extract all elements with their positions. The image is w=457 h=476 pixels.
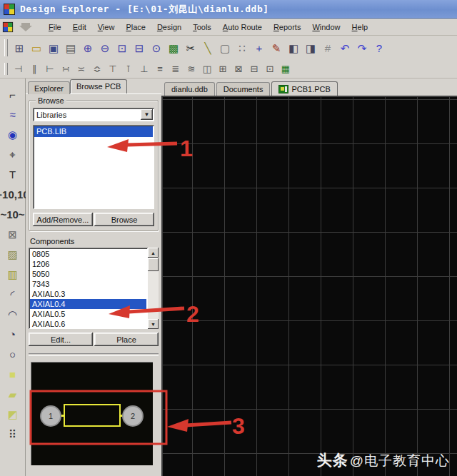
components-listbox[interactable]: 0805120650507343AXIAL0.3AXIAL0.4AXIAL0.5… (29, 248, 148, 329)
open-folder-icon[interactable]: ▭ (28, 39, 45, 56)
divider (29, 353, 159, 356)
menu-window[interactable]: Window (307, 21, 345, 34)
zoom-document-icon[interactable]: ⊟ (131, 39, 148, 56)
place-coordinate-icon[interactable]: +10,10 (4, 186, 22, 203)
scroll-up-icon[interactable]: ▲ (148, 248, 159, 258)
paste-array-icon[interactable]: ▦ (278, 62, 293, 76)
doctab-documents[interactable]: Documents (216, 82, 271, 96)
library-update-icon[interactable]: ◨ (302, 39, 319, 56)
interactive-routing-icon[interactable]: ⌐ (4, 86, 22, 103)
arc-center-icon[interactable]: ◠ (4, 305, 22, 323)
zoom-point-icon[interactable]: ⊙ (148, 39, 165, 56)
move-icon[interactable]: + (251, 39, 268, 56)
space-v-increase-icon[interactable]: ≣ (168, 62, 184, 76)
libraries-listbox[interactable]: PCB.LIB (33, 125, 154, 209)
deselect-icon[interactable]: ∷ (233, 39, 251, 56)
chevron-down-icon[interactable]: ▼ (141, 109, 153, 120)
save-icon[interactable]: ▣ (45, 39, 62, 56)
doctab-dianlu[interactable]: dianlu.ddb (164, 82, 215, 96)
doctab-pcb1[interactable]: PCB1.PCB (271, 81, 337, 96)
component-item[interactable]: AXIAL0.5 (30, 309, 146, 319)
menu-edit[interactable]: Edit (68, 21, 91, 34)
scrollbar-thumb[interactable] (148, 258, 159, 271)
align-center-v-icon[interactable]: ⊺ (121, 62, 136, 76)
place-room-icon[interactable]: ⊠ (4, 226, 22, 243)
fill-rectangle-icon[interactable]: ■ (4, 365, 22, 383)
align-left-icon[interactable]: ⊣ (11, 62, 26, 76)
split-plane-icon[interactable]: ◩ (4, 405, 22, 422)
arrange-components-icon[interactable]: ◫ (199, 62, 215, 76)
help-icon[interactable]: ? (371, 39, 388, 56)
tab-explorer[interactable]: Explorer (28, 81, 70, 94)
menu-place[interactable]: Place (121, 21, 151, 34)
arc-any-angle-icon[interactable]: ◔ (4, 325, 22, 343)
place-string-icon[interactable]: T (4, 166, 22, 183)
align-right-icon[interactable]: ⊢ (42, 62, 58, 76)
panel-drop-arrow-icon[interactable] (16, 21, 35, 33)
components-scrollbar[interactable]: ▲ ▼ (148, 248, 159, 329)
arrange-outside-icon[interactable]: ⊞ (215, 62, 231, 76)
browse-button[interactable]: Browse (94, 213, 154, 226)
menu-file[interactable]: File (44, 21, 66, 34)
polygon-plane-icon[interactable]: ▰ (4, 385, 22, 402)
scroll-down-icon[interactable]: ▼ (148, 319, 159, 329)
space-h-decrease-icon[interactable]: ≎ (89, 62, 105, 76)
tab-browse-pcb[interactable]: Browse PCB (70, 79, 127, 93)
menu-view[interactable]: View (93, 21, 120, 34)
full-circle-icon[interactable]: ○ (4, 345, 22, 363)
zoom-out-icon[interactable]: ⊖ (96, 39, 114, 56)
place-pad-icon[interactable]: ⌖ (4, 146, 22, 163)
bitmap-icon[interactable]: ▩ (165, 39, 182, 56)
undo-icon[interactable]: ↶ (336, 39, 353, 56)
paste-array-tool-icon[interactable]: ⠿ (4, 425, 22, 442)
component-item[interactable]: AXIAL0.6 (30, 319, 146, 329)
library-icon[interactable]: ◧ (285, 39, 302, 56)
toolbar-grip[interactable] (4, 63, 8, 76)
space-h-equal-icon[interactable]: ∺ (58, 62, 74, 76)
component-item[interactable]: 7343 (30, 279, 146, 289)
menu-reports[interactable]: Reports (268, 21, 306, 34)
zoom-window-icon[interactable]: ⊡ (114, 39, 131, 56)
add-remove-button[interactable]: Add/Remove... (33, 213, 93, 226)
design-manager-icon[interactable]: ⊞ (11, 39, 28, 56)
redo-icon[interactable]: ↷ (353, 39, 371, 56)
space-v-equal-icon[interactable]: ≡ (152, 62, 168, 76)
place-fill-icon[interactable]: ▨ (4, 245, 22, 263)
place-dimension-icon[interactable]: ~10~ (4, 206, 22, 223)
place-button[interactable]: Place (94, 333, 159, 346)
room-align-icon[interactable]: ⊟ (246, 62, 262, 76)
place-component-icon[interactable]: ▥ (4, 265, 22, 283)
shove-icon[interactable]: ⊠ (231, 62, 246, 76)
align-top-icon[interactable]: ⊤ (105, 62, 121, 76)
component-center-icon[interactable]: ⊡ (262, 62, 278, 76)
component-item[interactable]: 5050 (30, 269, 146, 279)
highlight-pen-icon[interactable]: ✎ (268, 39, 285, 56)
cut-icon[interactable]: ✂ (182, 39, 199, 56)
component-item[interactable]: AXIAL0.4 (30, 299, 146, 309)
component-item[interactable]: 1206 (30, 259, 146, 269)
align-center-h-icon[interactable]: ∥ (26, 62, 42, 76)
align-bottom-icon[interactable]: ⊥ (136, 62, 152, 76)
edit-button[interactable]: Edit... (29, 333, 93, 346)
menu-help[interactable]: Help (347, 21, 373, 34)
zoom-in-icon[interactable]: ⊕ (79, 39, 96, 56)
browse-type-dropdown[interactable]: Libraries ▼ (33, 108, 154, 121)
select-area-icon[interactable]: ▢ (216, 39, 233, 56)
document-tabs: dianlu.ddb Documents PCB1.PCB (161, 79, 457, 96)
space-h-increase-icon[interactable]: ≍ (74, 62, 89, 76)
print-icon[interactable]: ▤ (62, 39, 79, 56)
multi-trace-icon[interactable]: ≈ (4, 106, 22, 123)
place-via-icon[interactable]: ◉ (4, 126, 22, 143)
space-v-decrease-icon[interactable]: ≋ (184, 62, 199, 76)
component-item[interactable]: AXIAL0.3 (30, 289, 146, 299)
line-tool-icon[interactable]: ╲ (199, 39, 216, 56)
menu-tools[interactable]: Tools (188, 21, 216, 34)
menu-auto-route[interactable]: Auto Route (218, 21, 267, 34)
arc-edge-icon[interactable]: ◜ (4, 285, 22, 303)
component-item[interactable]: 0805 (30, 249, 146, 259)
library-item[interactable]: PCB.LIB (34, 126, 153, 137)
toolbar-grip[interactable] (4, 39, 8, 56)
grid-icon[interactable]: # (319, 39, 336, 56)
menu-design[interactable]: Design (152, 21, 186, 34)
pcb-canvas[interactable]: 头条@电子教育中心 (161, 96, 457, 476)
